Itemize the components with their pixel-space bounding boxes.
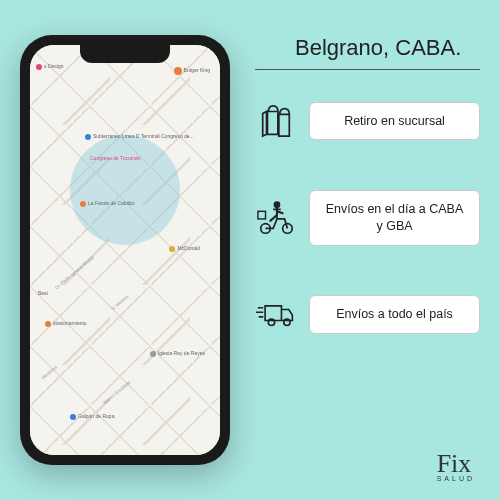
feature-pickup: Retiro en sucursal <box>255 100 480 142</box>
logo-main: Fix <box>437 449 472 478</box>
map-poi: Congreso de Tucumán <box>90 155 141 161</box>
location-title: Belgrano, CABA. <box>255 35 480 61</box>
feature-label: Envíos a todo el país <box>309 295 480 334</box>
shopping-bag-icon <box>255 100 297 142</box>
brand-logo: Fix SALUD <box>437 454 475 482</box>
feature-same-day: Envíos en el día a CABA y GBA <box>255 190 480 246</box>
map-poi: stacionamiento <box>45 320 87 327</box>
phone-column: s Design Burger King Subterraneo Línea D… <box>20 30 230 470</box>
map-location-radius <box>70 135 180 245</box>
phone-screen: s Design Burger King Subterraneo Línea D… <box>30 45 220 455</box>
info-column: Belgrano, CABA. Retiro en sucursal <box>255 30 480 470</box>
logo-sub: SALUD <box>437 476 475 482</box>
map-poi: Subterraneo Línea D Terminal Congreso de… <box>85 133 194 140</box>
map-poi: Best <box>38 290 48 296</box>
phone-mockup: s Design Burger King Subterraneo Línea D… <box>20 35 230 465</box>
map-poi: Galpón de Ropa <box>70 413 114 420</box>
delivery-scooter-icon <box>255 197 297 239</box>
divider <box>255 69 480 70</box>
map-poi: Burger King <box>174 67 210 75</box>
map-poi: s Design <box>36 63 63 70</box>
svg-point-1 <box>283 224 293 234</box>
phone-notch <box>80 45 170 63</box>
shipping-truck-icon <box>255 294 297 336</box>
map-poi: La Farola de Cabildo <box>80 200 134 207</box>
svg-rect-3 <box>258 211 266 219</box>
map-poi: Iglesia Rey de Reyes <box>150 350 205 357</box>
feature-label: Envíos en el día a CABA y GBA <box>309 190 480 246</box>
map-poi: McDonald <box>169 245 200 252</box>
feature-label: Retiro en sucursal <box>309 102 480 141</box>
promo-card: s Design Burger King Subterraneo Línea D… <box>0 0 500 500</box>
feature-nationwide: Envíos a todo el país <box>255 294 480 336</box>
